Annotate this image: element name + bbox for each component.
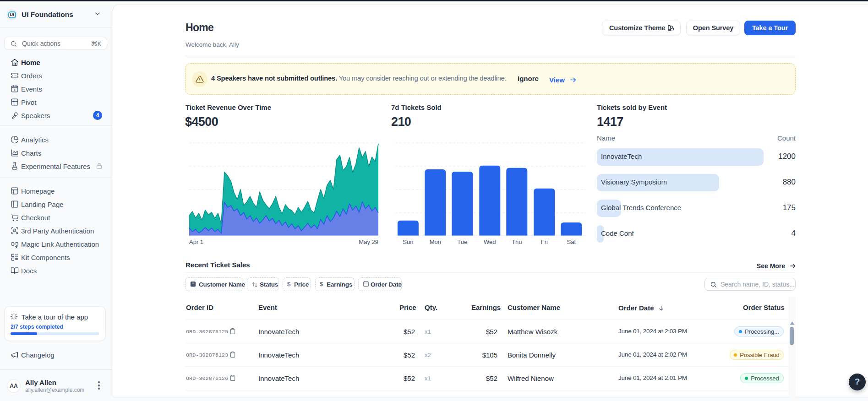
svg-text:Wed: Wed — [484, 238, 496, 245]
svg-text:Sat: Sat — [567, 238, 576, 245]
svg-text:May 29: May 29 — [359, 238, 378, 245]
svg-text:Tue: Tue — [457, 238, 467, 245]
svg-text:Fri: Fri — [541, 238, 548, 245]
svg-text:Apr 1: Apr 1 — [189, 238, 203, 245]
svg-text:Mon: Mon — [430, 238, 441, 245]
svg-text:Sun: Sun — [403, 238, 413, 245]
svg-text:Thu: Thu — [512, 238, 522, 245]
